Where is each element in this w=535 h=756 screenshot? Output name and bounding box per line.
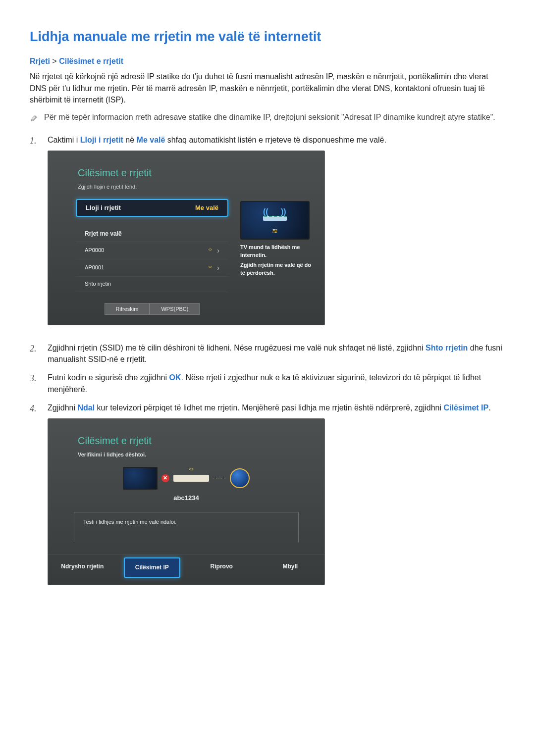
note-text: Për më tepër informacion rreth adresave … <box>44 111 505 125</box>
step-3: 3. Futni kodin e sigurisë dhe zgjidhni O… <box>30 372 505 395</box>
close-button[interactable]: Mbyll <box>263 557 318 578</box>
wifi-icon: ⌔ <box>189 465 193 475</box>
panel2-title: Cilësimet e rrjetit <box>48 434 324 448</box>
wifi-waves-icon: ≋ <box>272 226 278 236</box>
kw-add-network: Shto rrjetin <box>426 344 468 352</box>
retry-button[interactable]: Riprovo <box>194 557 249 578</box>
kw-wireless: Me valë <box>137 136 165 144</box>
panel1-title: Cilësimet e rrjetit <box>48 166 324 180</box>
breadcrumb-a: Rrjeti <box>30 57 50 65</box>
page-title: Lidhja manuale me rrjetin me valë të int… <box>30 27 505 47</box>
step-1: 1. Caktimi i Lloji i rrjetit në Me valë … <box>30 134 505 335</box>
network-settings-panel-1: Cilësimet e rrjetit Zgjidh llojin e rrje… <box>48 151 325 325</box>
step-number: 1. <box>30 134 40 335</box>
wifi-icon: ⌔ <box>209 247 212 254</box>
ap-row-1[interactable]: AP0001 ⌔› <box>76 259 228 277</box>
pencil-icon: ✎ <box>26 114 40 122</box>
network-type-label: Lloji i rrjetit <box>86 203 121 213</box>
change-network-button[interactable]: Ndrysho rrjetin <box>55 557 110 578</box>
breadcrumb-sep: > <box>52 57 56 65</box>
network-settings-panel-2: Cilësimet e rrjetit Verifikimi i lidhjes… <box>48 418 325 585</box>
wps-button[interactable]: WPS(PBC) <box>150 303 200 315</box>
ip-settings-button[interactable]: Cilësimet IP <box>124 557 181 578</box>
step-2: 2. Zgjidhni rrjetin (SSID) me të cilin d… <box>30 342 505 365</box>
fail-message: Testi i lidhjes me rrjetin me valë ndalo… <box>83 519 176 525</box>
ssid-label: abc1234 <box>48 494 324 503</box>
tv-icon <box>123 467 158 490</box>
step-4: 4. Zgjidhni Ndal kur televizori përpiqet… <box>30 402 505 595</box>
kw-network-type: Lloji i rrjetit <box>80 136 123 144</box>
panel1-caption-2: Zgjidh rrjetin me valë që do të përdorës… <box>240 261 315 277</box>
tv-preview: (( )) ≋ <box>240 201 310 240</box>
router-icon: ⌔ <box>173 475 209 482</box>
step-number: 2. <box>30 342 40 365</box>
kw-ip-settings: Cilësimet IP <box>444 403 489 412</box>
breadcrumb: Rrjeti > Cilësimet e rrjetit <box>30 55 505 67</box>
network-type-value: Me valë <box>195 203 218 213</box>
connection-diagram: ✕ ⌔ ····· <box>48 467 324 490</box>
ap-name: AP0001 <box>85 264 104 272</box>
dots-icon: ····· <box>213 474 226 482</box>
step-number: 4. <box>30 402 40 595</box>
step-number: 3. <box>30 372 40 395</box>
refresh-button[interactable]: Rifreskim <box>105 303 150 315</box>
router-icon <box>263 216 287 221</box>
kw-stop: Ndal <box>77 403 95 412</box>
wireless-group-label: Rrjet me valë <box>76 226 228 242</box>
network-type-select[interactable]: Lloji i rrjetit Me valë <box>76 199 228 217</box>
breadcrumb-b: Cilësimet e rrjetit <box>59 57 123 65</box>
panel2-subtitle: Verifikimi i lidhjes dështoi. <box>48 451 324 459</box>
fail-x-icon: ✕ <box>161 474 169 482</box>
ap-row-0[interactable]: AP0000 ⌔› <box>76 242 228 259</box>
chevron-right-icon: › <box>217 263 219 273</box>
ap-name: AP0000 <box>85 247 104 254</box>
wifi-icon: ⌔ <box>209 264 212 272</box>
panel1-caption-1: TV mund ta lidhësh me internetin. <box>240 244 315 259</box>
add-network-label: Shto rrjetin <box>85 280 111 288</box>
globe-icon <box>230 468 250 488</box>
note: ✎ Për më tepër informacion rreth adresav… <box>30 111 505 125</box>
chevron-right-icon: › <box>217 246 219 255</box>
fail-message-box: Testi i lidhjes me rrjetin me valë ndalo… <box>74 512 299 542</box>
add-network-row[interactable]: Shto rrjetin <box>76 277 228 292</box>
kw-ok: OK <box>169 373 181 382</box>
intro-text: Në rrjetet që kërkojnë një adresë IP sta… <box>30 71 505 105</box>
panel1-subtitle: Zgjidh llojin e rrjetit tënd. <box>48 183 324 191</box>
